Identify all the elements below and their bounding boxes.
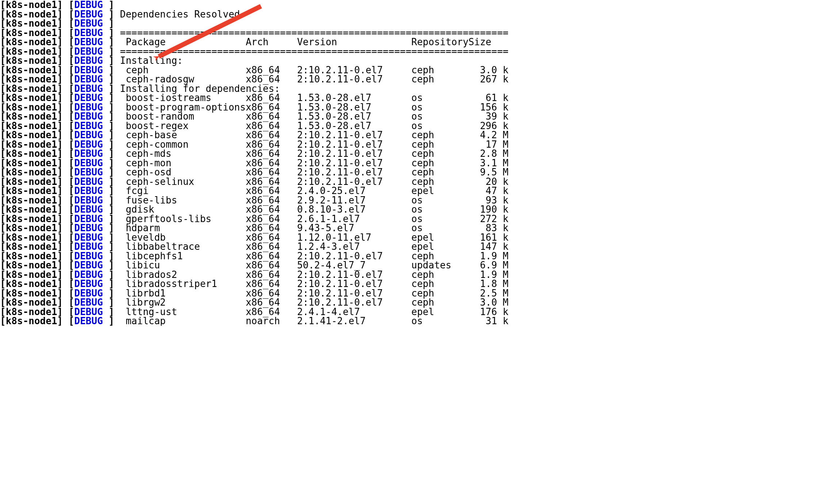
dep-row-arch: x86_64 — [246, 140, 297, 149]
dep-row-arch: x86_64 — [246, 288, 297, 298]
dep-row-unit: M — [497, 251, 508, 261]
dep-row-unit: M — [497, 140, 508, 149]
dep-row-unit: k — [497, 112, 508, 121]
dep-row-unit: M — [497, 298, 508, 307]
dep-row-arch: x86_64 — [246, 195, 297, 205]
dep-row-package: ceph-mon — [120, 158, 246, 168]
dep-row-size: 190 — [469, 205, 497, 214]
dep-row-repository: ceph — [411, 130, 469, 140]
dep-row-repository: epel — [411, 186, 469, 195]
dep-row-arch: x86_64 — [246, 242, 297, 251]
terminal-line: [k8s-node1] [DEBUG ] librgw2x86_642:10.2… — [0, 298, 819, 307]
install-row-size: 3.0 — [469, 65, 497, 75]
dep-row-repository: os — [411, 195, 469, 205]
dep-row-size: 2.8 — [469, 149, 497, 158]
dep-row-size: 93 — [469, 195, 497, 205]
dep-row-package: leveldb — [120, 233, 246, 242]
dep-row-arch: x86_64 — [246, 167, 297, 177]
dep-row-package: ceph-mds — [120, 149, 246, 158]
dep-row-size: 39 — [469, 112, 497, 121]
dep-row-package: ceph-common — [120, 140, 246, 149]
install-row-arch: x86_64 — [246, 74, 297, 84]
dep-row-size: 296 — [469, 121, 497, 131]
terminal-line: [k8s-node1] [DEBUG ] hdparmx86_649.43-5.… — [0, 223, 819, 233]
install-row-repository: ceph — [411, 65, 469, 75]
dep-row-unit: M — [497, 260, 508, 270]
dep-row-arch: x86_64 — [246, 214, 297, 224]
dep-row-repository: os — [411, 93, 469, 102]
dep-row-arch: x86_64 — [246, 112, 297, 121]
header-package: Package — [120, 37, 246, 47]
dep-row-repository: os — [411, 102, 469, 112]
dep-row-unit: M — [497, 279, 508, 288]
dep-row-package: ceph-base — [120, 130, 246, 140]
install-row-unit: k — [497, 65, 508, 75]
dep-row-package: librados2 — [120, 270, 246, 279]
dep-row-unit: k — [497, 121, 508, 131]
dep-row-unit: M — [497, 130, 508, 140]
dep-row-package: mailcap — [120, 316, 246, 326]
dep-row-size: 61 — [469, 93, 497, 102]
dep-row-version: 1.53.0-28.el7 — [297, 121, 411, 131]
dep-row-package: ceph-osd — [120, 167, 246, 177]
terminal-line: [k8s-node1] [DEBUG ] ceph-radosgwx86_642… — [0, 74, 819, 84]
host-name: k8s-node1 — [6, 315, 57, 326]
dep-row-arch: x86_64 — [246, 149, 297, 158]
dep-row-repository: ceph — [411, 158, 469, 168]
dep-row-unit: M — [497, 270, 508, 279]
dep-row-repository: ceph — [411, 251, 469, 261]
terminal-line: [k8s-node1] [DEBUG ] ceph-basex86_642:10… — [0, 130, 819, 140]
terminal-line: [k8s-node1] [DEBUG ] mailcapnoarch2.1.41… — [0, 316, 819, 326]
dep-row-size: 9.5 — [469, 167, 497, 177]
dep-row-repository: epel — [411, 233, 469, 242]
dep-row-package: libcephfs1 — [120, 251, 246, 261]
dep-row-size: 47 — [469, 186, 497, 195]
dep-row-version: 2:10.2.11-0.el7 — [297, 167, 411, 177]
terminal-line: [k8s-node1] [DEBUG ] ceph-selinuxx86_642… — [0, 177, 819, 186]
dep-row-unit: k — [497, 195, 508, 205]
dep-row-size: 83 — [469, 223, 497, 233]
dep-row-package: fuse-libs — [120, 195, 246, 205]
terminal-output: [k8s-node1] [DEBUG ] [k8s-node1] [DEBUG … — [0, 0, 819, 326]
dep-row-repository: os — [411, 214, 469, 224]
dep-row-unit: M — [497, 288, 508, 298]
terminal-line: [k8s-node1] [DEBUG ] — [0, 0, 819, 9]
dep-row-repository: ceph — [411, 288, 469, 298]
dep-row-repository: ceph — [411, 167, 469, 177]
dep-row-size: 1.9 — [469, 270, 497, 279]
dep-row-arch: x86_64 — [246, 223, 297, 233]
dep-row-unit: k — [497, 223, 508, 233]
header-repository: Repository — [411, 37, 469, 47]
terminal-line: [k8s-node1] [DEBUG ] gperftools-libsx86_… — [0, 214, 819, 224]
dep-row-arch: x86_64 — [246, 121, 297, 131]
dep-row-arch: x86_64 — [246, 130, 297, 140]
terminal-line: [k8s-node1] [DEBUG ] libcephfs1x86_642:1… — [0, 251, 819, 261]
terminal-line: [k8s-node1] [DEBUG ] ceph-osdx86_642:10.… — [0, 167, 819, 177]
dep-row-size: 176 — [469, 307, 497, 317]
dep-row-version: 0.8.10-3.el7 — [297, 205, 411, 214]
terminal-line: [k8s-node1] [DEBUG ] ===================… — [0, 47, 819, 56]
dep-row-version: 2.9.2-11.el7 — [297, 195, 411, 205]
dep-row-package: librbd1 — [120, 288, 246, 298]
terminal-line: [k8s-node1] [DEBUG ] boost-regexx86_641.… — [0, 121, 819, 131]
dep-row-package: libradosstriper1 — [120, 279, 246, 288]
dep-row-arch: x86_64 — [246, 260, 297, 270]
terminal-line: [k8s-node1] [DEBUG ] cephx86_642:10.2.11… — [0, 65, 819, 75]
dep-row-version: 2:10.2.11-0.el7 — [297, 288, 411, 298]
dep-row-package: fcgi — [120, 186, 246, 195]
dep-row-arch: x86_64 — [246, 186, 297, 195]
tag-open-bracket: [ — [69, 315, 74, 326]
log-level: DEBUG — [74, 315, 103, 326]
prefix-open-bracket: [ — [0, 315, 6, 326]
dep-row-version: 9.43-5.el7 — [297, 223, 411, 233]
dep-row-version: 50.2-4.el7_7 — [297, 260, 411, 270]
dep-row-version: 2:10.2.11-0.el7 — [297, 158, 411, 168]
dep-row-unit: k — [497, 233, 508, 242]
dep-row-repository: ceph — [411, 279, 469, 288]
dep-row-arch: x86_64 — [246, 270, 297, 279]
deps-resolved-label: Dependencies Resolved — [120, 9, 240, 20]
dep-row-repository: ceph — [411, 140, 469, 149]
dep-row-arch: noarch — [246, 316, 297, 326]
dep-row-unit: k — [497, 242, 508, 251]
dep-row-unit: M — [497, 158, 508, 168]
